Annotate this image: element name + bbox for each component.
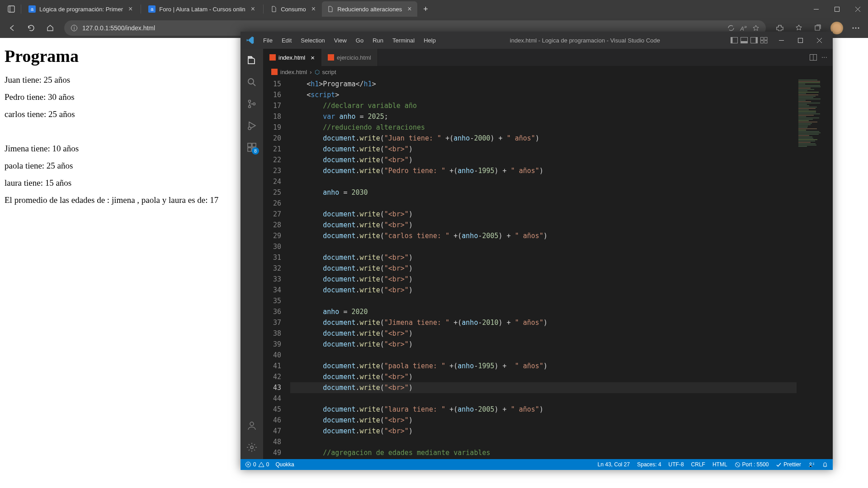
status-feedback-icon[interactable] <box>808 461 815 468</box>
menu-edit[interactable]: Edit <box>278 35 295 46</box>
svg-rect-31 <box>252 143 256 147</box>
layout-sidebar-right-icon[interactable] <box>750 37 758 43</box>
back-button[interactable] <box>4 19 21 37</box>
home-button[interactable] <box>42 19 59 37</box>
browser-tab-1[interactable]: a Foro | Alura Latam - Cursos onlin × <box>143 1 260 17</box>
rendered-output: Programa Juan tiene: 25 años Pedro tiene… <box>0 38 241 488</box>
svg-rect-28 <box>248 143 251 147</box>
status-prettier[interactable]: Prettier <box>776 461 801 468</box>
vscode-close-button[interactable] <box>810 33 828 47</box>
editor-tab-ejercicio[interactable]: ejercicio.html <box>321 49 378 66</box>
more-icon[interactable] <box>847 19 864 37</box>
symbol-icon: ⬡ <box>315 69 320 75</box>
browser-tab-3[interactable]: Reduciendo alteraciones × <box>322 1 417 17</box>
extensions-icon[interactable]: 8 <box>245 141 258 154</box>
browser-tab-2[interactable]: Consumo × <box>265 1 321 17</box>
output-line: Jimena tiene: 10 años <box>5 144 236 154</box>
tab-actions-icon[interactable] <box>4 1 19 17</box>
menu-view[interactable]: View <box>330 35 350 46</box>
svg-point-24 <box>249 100 251 103</box>
close-icon[interactable]: × <box>311 54 315 61</box>
layout-panel-icon[interactable] <box>741 37 748 43</box>
close-icon[interactable]: × <box>407 5 411 13</box>
maximize-button[interactable] <box>826 0 847 18</box>
status-bar: 0 0 Quokka Ln 43, Col 27 Spaces: 4 UTF-8… <box>241 459 833 470</box>
menu-help[interactable]: Help <box>420 35 439 46</box>
vscode-maximize-button[interactable] <box>791 33 809 47</box>
vscode-window-title: index.html - Logica de programacion - Vi… <box>439 37 731 44</box>
window-controls <box>806 0 868 18</box>
svg-rect-3 <box>835 7 839 11</box>
status-encoding[interactable]: UTF-8 <box>669 461 684 468</box>
close-icon[interactable]: × <box>128 5 132 13</box>
menu-run[interactable]: Run <box>369 35 387 46</box>
settings-icon[interactable] <box>245 441 258 454</box>
status-bell-icon[interactable] <box>822 461 828 468</box>
svg-point-32 <box>250 422 254 426</box>
status-spaces[interactable]: Spaces: 4 <box>637 461 661 468</box>
menu-selection[interactable]: Selection <box>297 35 328 46</box>
vscode-titlebar[interactable]: File Edit Selection View Go Run Terminal… <box>241 32 833 49</box>
tab-title: Consumo <box>281 6 306 13</box>
layout-icons <box>731 37 768 43</box>
search-icon[interactable] <box>245 76 258 89</box>
status-port[interactable]: Port : 5500 <box>735 461 769 468</box>
breadcrumb[interactable]: index.html › ⬡ script <box>263 66 833 78</box>
favicon-doc-icon <box>271 6 277 12</box>
close-window-button[interactable] <box>847 0 868 18</box>
svg-rect-18 <box>761 41 764 43</box>
svg-rect-15 <box>756 38 758 43</box>
info-icon[interactable]: i <box>71 24 78 32</box>
minimap[interactable] <box>797 78 833 459</box>
warnings-count: 0 <box>266 461 269 468</box>
sync-icon[interactable] <box>727 24 735 32</box>
close-icon[interactable]: × <box>251 5 255 13</box>
svg-point-8 <box>855 28 857 29</box>
status-eol[interactable]: CRLF <box>691 461 705 468</box>
svg-line-38 <box>736 463 739 466</box>
vscode-window: File Edit Selection View Go Run Terminal… <box>241 32 833 470</box>
explorer-icon[interactable] <box>245 54 258 67</box>
browser-tab-0[interactable]: a Lógica de programación: Primer × <box>23 1 138 17</box>
svg-point-26 <box>253 103 255 105</box>
source-control-icon[interactable] <box>245 98 258 110</box>
accounts-icon[interactable] <box>245 419 258 432</box>
editor-area: index.html × ejercicio.html ··· index.ht… <box>263 49 833 459</box>
errors-button[interactable]: 0 0 <box>245 461 269 468</box>
code-editor[interactable]: 1516171819202122232425262728293031323334… <box>263 78 833 459</box>
output-line: laura tiene: 15 años <box>5 178 236 188</box>
divider <box>141 5 141 14</box>
refresh-button[interactable] <box>23 19 40 37</box>
output-line: Pedro tiene: 30 años <box>5 92 236 102</box>
svg-rect-0 <box>8 6 14 12</box>
menu-terminal[interactable]: Terminal <box>389 35 418 46</box>
favorite-icon[interactable] <box>752 24 760 32</box>
code-lines[interactable]: <h1>Programa</h1> <script> //declarar va… <box>290 78 797 459</box>
menu-file[interactable]: File <box>259 35 276 46</box>
tab-label: index.html <box>278 54 305 61</box>
svg-rect-19 <box>764 41 767 43</box>
quokka-button[interactable]: Quokka <box>275 461 294 468</box>
vscode-window-controls <box>772 33 828 47</box>
more-actions-icon[interactable]: ··· <box>821 53 827 61</box>
split-editor-icon[interactable] <box>810 54 817 61</box>
html5-icon <box>328 54 334 61</box>
layout-sidebar-left-icon[interactable] <box>731 37 738 43</box>
minimize-button[interactable] <box>806 0 826 18</box>
status-lang[interactable]: HTML <box>712 461 727 468</box>
editor-tab-index[interactable]: index.html × <box>263 49 321 66</box>
svg-rect-20 <box>779 40 784 41</box>
run-debug-icon[interactable] <box>245 119 258 132</box>
breadcrumb-file[interactable]: index.html <box>280 69 307 75</box>
output-line: Juan tiene: 25 años <box>5 75 236 85</box>
status-ln-col[interactable]: Ln 43, Col 27 <box>598 461 630 468</box>
close-icon[interactable]: × <box>311 5 316 13</box>
divider <box>21 5 21 14</box>
layout-customize-icon[interactable] <box>760 37 768 43</box>
vscode-minimize-button[interactable] <box>772 33 790 47</box>
html5-icon <box>271 69 278 75</box>
new-tab-button[interactable]: + <box>418 1 434 17</box>
read-aloud-icon[interactable]: A» <box>740 24 747 32</box>
breadcrumb-symbol[interactable]: script <box>322 69 336 75</box>
menu-go[interactable]: Go <box>352 35 367 46</box>
